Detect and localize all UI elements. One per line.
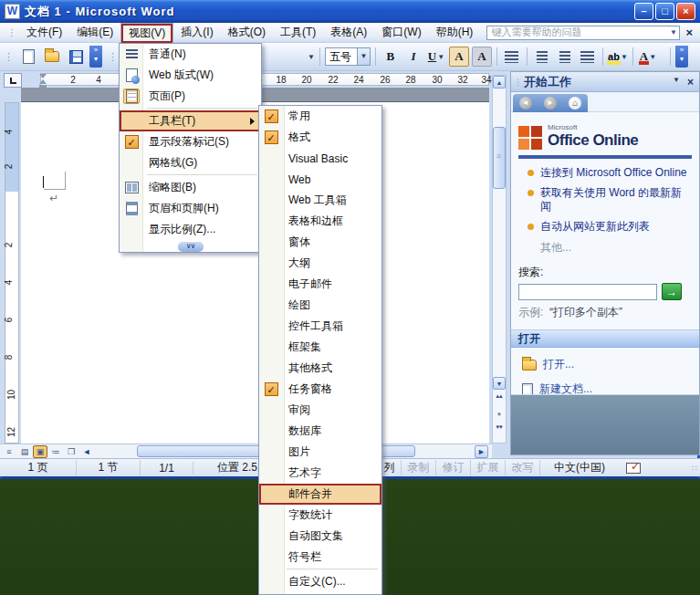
resize-grip[interactable]: ∷ [692, 464, 698, 473]
underline-button[interactable]: U▼ [426, 47, 446, 67]
submenu-item-control-toolbox[interactable]: 控件工具箱 [259, 316, 381, 337]
close-button[interactable]: × [676, 3, 695, 20]
italic-button[interactable]: I [403, 47, 423, 67]
scroll-down-button[interactable]: ▼ [493, 377, 506, 390]
save-button[interactable] [66, 47, 86, 67]
select-browse-object-button[interactable]: ● [493, 410, 506, 418]
submenu-item-customize[interactable]: 自定义(C)... [259, 571, 381, 592]
nav-home-button[interactable]: ⌂ [569, 97, 581, 110]
submenu-item-symbol-bar[interactable]: 符号栏 [259, 547, 381, 568]
bullets-button[interactable] [555, 47, 575, 67]
scroll-left-button[interactable]: ◄ [79, 445, 94, 458]
menu-item-print-layout[interactable]: 页面(P) [120, 86, 261, 107]
submenu-item-mail-merge[interactable]: 邮件合并 [259, 484, 381, 505]
status-track-changes[interactable]: 修订 [436, 460, 471, 475]
print-layout-view-button[interactable]: ▣ [33, 445, 47, 458]
toolbar-drag-handle[interactable]: ⋮ [4, 51, 13, 63]
menu-file[interactable]: 文件(F) [19, 23, 69, 42]
menu-item-gridlines[interactable]: 网格线(G) [120, 152, 261, 173]
outline-view-button[interactable]: ≔ [48, 445, 63, 458]
menu-help[interactable]: 帮助(H) [429, 23, 481, 42]
menu-format[interactable]: 格式(O) [221, 23, 273, 42]
toolbar-overflow-button[interactable]: »▾ [675, 46, 688, 68]
highlight-dropdown-arrow[interactable]: ▼ [621, 53, 628, 61]
menu-view[interactable]: 视图(V) [120, 23, 173, 43]
submenu-item-wordart[interactable]: 艺术字 [259, 463, 381, 484]
submenu-item-task-pane[interactable]: ✓ 任务窗格 [259, 379, 381, 400]
next-page-button[interactable]: ▾▾ [493, 424, 506, 429]
normal-view-button[interactable]: ≡ [2, 445, 16, 458]
menu-item-web-layout[interactable]: Web 版式(W) [120, 65, 261, 86]
list-item[interactable]: 自动从网站更新此列表 [528, 220, 692, 234]
submenu-item-database[interactable]: 数据库 [259, 421, 381, 442]
tab-selector[interactable] [4, 73, 22, 88]
task-pane-drag-handle[interactable]: ⋮ [514, 78, 521, 87]
submenu-item-forms[interactable]: 窗体 [259, 232, 381, 253]
previous-page-button[interactable]: ▴▴ [493, 393, 506, 398]
submenu-item-email[interactable]: 电子邮件 [259, 274, 381, 295]
maximize-button[interactable]: □ [655, 3, 674, 20]
new-document-button[interactable] [18, 47, 38, 67]
status-record-mode[interactable]: 录制 [402, 460, 436, 475]
scroll-right-button[interactable]: ► [475, 445, 488, 458]
nav-back-button[interactable]: ◄ [519, 97, 532, 110]
vertical-scrollbar[interactable]: ▲ ▼ ▴▴ ● ▾▾ [492, 75, 507, 444]
submenu-item-frames[interactable]: 框架集 [259, 337, 381, 358]
distribute-text-button[interactable] [502, 47, 522, 67]
chevron-down-icon[interactable]: ▼ [357, 48, 370, 65]
search-input[interactable] [518, 284, 657, 300]
status-overtype-mode[interactable]: 改写 [506, 460, 540, 475]
submenu-item-reviewing[interactable]: 审阅 [259, 400, 381, 421]
submenu-item-word-count[interactable]: 字数统计 [259, 505, 381, 526]
font-color-dropdown-arrow[interactable]: ▼ [649, 53, 656, 61]
spelling-grammar-status-icon[interactable] [626, 463, 641, 474]
horizontal-ruler[interactable]: 2 4 6 8 10 12 14 16 18 20 22 24 26 28 30… [40, 73, 489, 86]
status-language[interactable]: 中文(中国) [540, 460, 619, 475]
toolbar-drag-handle[interactable]: ⋮ [108, 51, 117, 63]
submenu-item-web-tools[interactable]: Web 工具箱 [259, 190, 381, 211]
status-extend-mode[interactable]: 扩展 [471, 460, 506, 475]
decrease-indent-button[interactable] [578, 47, 598, 67]
underline-dropdown-arrow[interactable]: ▼ [437, 53, 444, 61]
font-size-combo[interactable]: 五号 ▼ [325, 47, 371, 66]
submenu-item-standard[interactable]: ✓ 常用 [259, 106, 381, 127]
vertical-scroll-thumb[interactable] [493, 127, 506, 189]
chevron-down-icon[interactable]: ▼ [667, 28, 679, 37]
menu-item-thumbnails[interactable]: 缩略图(B) [120, 177, 261, 198]
submenu-item-web[interactable]: Web [259, 169, 381, 190]
more-link[interactable]: 其他... [540, 240, 692, 256]
list-item[interactable]: 获取有关使用 Word 的最新新闻 [528, 186, 692, 214]
menu-insert[interactable]: 插入(I) [173, 23, 220, 42]
minimize-button[interactable]: – [634, 3, 653, 20]
open-button[interactable] [42, 47, 62, 67]
help-question-input[interactable]: 键入需要帮助的问题 ▼ [486, 26, 680, 40]
web-layout-view-button[interactable]: ▤ [17, 445, 32, 458]
list-item[interactable]: 连接到 Microsoft Office Online [528, 166, 692, 180]
menu-item-zoom[interactable]: 显示比例(Z)... [120, 219, 261, 240]
task-pane-menu-arrow-icon[interactable]: ▼ [673, 76, 680, 89]
submenu-item-autotext[interactable]: 自动图文集 [259, 526, 381, 547]
font-color-button[interactable]: A ▼ [638, 47, 658, 67]
menu-item-header-footer[interactable]: 页眉和页脚(H) [120, 198, 261, 219]
toolbar-options-button[interactable]: »▾ [89, 46, 102, 68]
menu-tools[interactable]: 工具(T) [273, 23, 323, 42]
vertical-ruler[interactable]: 4 2 2 4 6 8 10 12 [5, 102, 19, 444]
submenu-item-tables-borders[interactable]: 表格和边框 [259, 211, 381, 232]
menubar-drag-handle[interactable]: ⋮ [7, 27, 16, 37]
submenu-item-formatting[interactable]: ✓ 格式 [259, 127, 381, 148]
submenu-item-visual-basic[interactable]: Visual Basic [259, 148, 381, 169]
menu-item-formatting-marks[interactable]: ✓ 显示段落标记(S) [120, 131, 261, 152]
menu-item-normal[interactable]: 普通(N) [120, 44, 261, 65]
expand-chevron-icon[interactable]: ∨∨ [178, 242, 204, 252]
submenu-item-picture[interactable]: 图片 [259, 442, 381, 463]
nav-forward-button[interactable]: ► [544, 97, 557, 110]
menu-window[interactable]: 窗口(W) [374, 23, 428, 42]
character-shading-button[interactable]: A [472, 47, 492, 67]
indent-marker[interactable] [39, 74, 47, 88]
highlight-button[interactable]: ab ▼ [608, 47, 628, 67]
font-name-dropdown-arrow[interactable]: ▼ [308, 53, 315, 61]
numbering-button[interactable] [532, 47, 552, 67]
menu-item-toolbars[interactable]: 工具栏(T) [120, 110, 261, 131]
bold-button[interactable]: B [381, 47, 401, 67]
submenu-item-extended-formatting[interactable]: 其他格式 [259, 358, 381, 379]
